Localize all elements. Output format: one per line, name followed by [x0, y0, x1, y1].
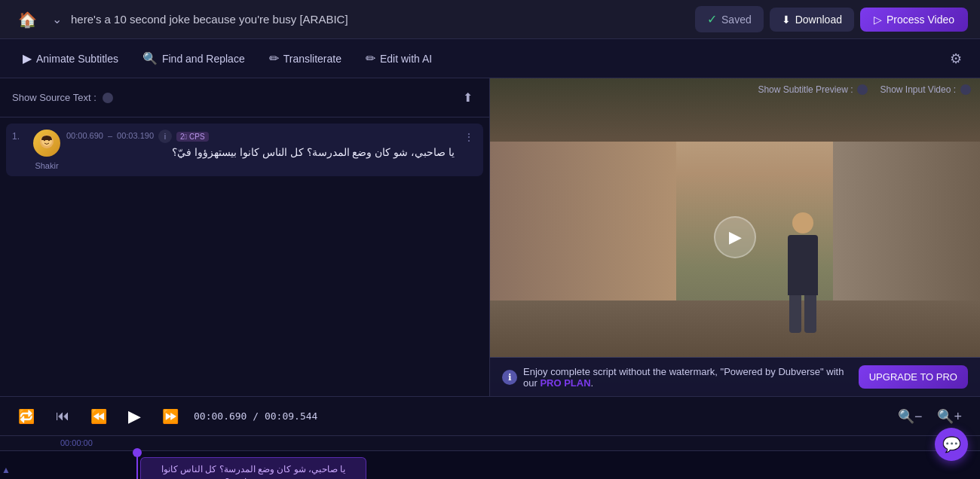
pro-banner-description: Enjoy complete script without the waterm… [523, 366, 859, 389]
search-icon: 🔍 [142, 51, 158, 66]
speaker-name: Shakir [35, 161, 58, 170]
timeline-ctrl-up[interactable]: ▲ [2, 465, 11, 475]
subtitle-time-sep: – [108, 131, 112, 140]
video-frame: ▶ [490, 78, 980, 396]
chat-bubble-button[interactable]: 💬 [935, 428, 968, 461]
find-replace-label: Find and Replace [162, 53, 245, 65]
timeline-area: 00:00:00 ▲ ▼ يا صاحبي، شو كان وضع المدرس… [0, 435, 980, 479]
subtitle-actions: ⋮ [461, 130, 477, 145]
home-button[interactable]: 🏠 [12, 8, 43, 32]
pro-info-icon: ℹ [502, 370, 517, 385]
time-separator: / [253, 410, 265, 422]
timeline-timestamp: 00:00:00 [60, 438, 93, 447]
input-video-toggle-circle[interactable] [960, 84, 971, 95]
find-replace-button[interactable]: 🔍 Find and Replace [132, 45, 256, 72]
source-text-toggle: Show Source Text : [12, 92, 113, 103]
top-nav: 🏠 ⌄ here's a 10 second joke because you'… [0, 0, 980, 39]
speaker-badge[interactable]: 2⃣ CPS [176, 132, 209, 142]
left-panel-header: Show Source Text : ⬆ [0, 78, 489, 117]
process-video-button[interactable]: ▷ Process Video [860, 8, 968, 32]
check-icon: ✓ [707, 12, 717, 26]
subtitle-time-end: 00:03.190 [117, 131, 154, 140]
rewind-button[interactable]: ⏮ [50, 405, 75, 427]
play-pause-button[interactable]: ▶ [122, 404, 147, 429]
timeline-content: ▲ ▼ يا صاحبي، شو كان وضع المدرسة؟ كل الن… [0, 451, 980, 479]
time-current: 00:00.690 [194, 410, 247, 422]
subtitle-info: 00:00.690 – 00:03.190 i 2⃣ CPS يا صاحبي،… [66, 130, 455, 158]
input-video-toggle: Show Input Video : [880, 84, 971, 95]
saved-button[interactable]: ✓ Saved [695, 6, 764, 32]
process-icon: ▷ [874, 14, 882, 26]
timeline-left-controls: ▲ ▼ [0, 462, 12, 479]
pro-banner-text: ℹ Enjoy complete script without the wate… [502, 366, 859, 389]
timeline-tracks: يا صاحبي، شو كان وضع المدرسة؟ كل الناس ك… [12, 451, 980, 479]
play-large-button[interactable]: ▶ [714, 216, 756, 258]
transliterate-icon: ✏ [269, 51, 279, 66]
animate-subtitles-label: Animate Subtitles [36, 53, 118, 65]
subtitle-list: 1. [0, 117, 489, 396]
toolbar: ▶ Animate Subtitles 🔍 Find and Replace ✏… [0, 39, 980, 78]
timeline-playhead[interactable] [136, 451, 138, 479]
download-button[interactable]: ⬇ Download [770, 8, 854, 32]
edit-icon: ✏ [366, 51, 375, 66]
transliterate-label: Transliterate [283, 53, 341, 65]
nav-right: ✓ Saved ⬇ Download ▷ Process Video [695, 6, 968, 32]
subtitle-more-button[interactable]: ⋮ [461, 130, 477, 145]
speaker-avatar [33, 130, 60, 157]
upgrade-to-pro-button[interactable]: UPGRADE TO PRO [859, 365, 968, 389]
timeline-ruler: 00:00:00 [0, 436, 980, 451]
main-content: Show Source Text : ⬆ 1. [0, 78, 980, 396]
zoom-in-button[interactable]: 🔍+ [931, 405, 968, 428]
subtitle-text: يا صاحبي، شو كان وضع المدرسة؟ كل الناس ك… [66, 146, 455, 158]
subtitle-preview-toggle: Show Subtitle Preview : [758, 84, 868, 95]
animate-icon: ▶ [23, 51, 32, 66]
left-panel: Show Source Text : ⬆ 1. [0, 78, 490, 396]
process-label: Process Video [887, 14, 954, 26]
pro-plan-link[interactable]: PRO PLAN [540, 377, 590, 389]
source-text-label: Show Source Text : [12, 92, 96, 103]
pro-banner: ℹ Enjoy complete script without the wate… [490, 357, 980, 396]
video-container: ▶ [490, 78, 980, 396]
download-label: Download [795, 14, 842, 26]
play-overlay[interactable]: ▶ [490, 78, 980, 396]
transliterate-button[interactable]: ✏ Transliterate [259, 45, 352, 72]
right-panel: Show Subtitle Preview : Show Input Video… [490, 78, 980, 396]
nav-left: 🏠 ⌄ here's a 10 second joke because you'… [12, 8, 348, 32]
time-total: 00:09.544 [265, 410, 317, 422]
subtitle-item: 1. [6, 124, 483, 176]
zoom-out-button[interactable]: 🔍− [892, 405, 929, 428]
export-button[interactable]: ⬆ [458, 86, 477, 109]
source-text-toggle-circle[interactable] [103, 93, 113, 103]
saved-label: Saved [721, 14, 752, 26]
input-video-label: Show Input Video : [880, 84, 956, 95]
edit-with-ai-button[interactable]: ✏ Edit with AI [355, 45, 443, 72]
edit-with-ai-label: Edit with AI [380, 53, 432, 65]
subtitle-block[interactable]: يا صاحبي، شو كان وضع المدرسة؟ كل الناس ك… [140, 457, 366, 479]
step-forward-button[interactable]: ⏩ [156, 405, 185, 428]
subtitle-block-text: يا صاحبي، شو كان وضع المدرسة؟ كل الناس ك… [141, 460, 366, 479]
subtitle-preview-toggle-circle[interactable] [857, 84, 868, 95]
info-badge[interactable]: i [158, 130, 172, 143]
page-title: here's a 10 second joke because you're b… [71, 13, 348, 26]
loop-button[interactable]: 🔁 [12, 405, 41, 428]
step-back-button[interactable]: ⏪ [84, 405, 113, 428]
toolbar-group: ▶ Animate Subtitles 🔍 Find and Replace ✏… [12, 45, 443, 72]
nav-chevron-button[interactable]: ⌄ [49, 9, 65, 29]
subtitle-preview-label: Show Subtitle Preview : [758, 84, 853, 95]
zoom-controls: 🔍− 🔍+ [892, 405, 968, 428]
subtitle-number: 1. [12, 130, 27, 142]
video-controls: 🔁 ⏮ ⏪ ▶ ⏩ 00:00.690 / 00:09.544 🔍− 🔍+ [0, 396, 980, 435]
video-toggles: Show Subtitle Preview : Show Input Video… [758, 84, 971, 95]
time-display: 00:00.690 / 00:09.544 [194, 410, 317, 422]
download-icon: ⬇ [782, 14, 791, 26]
settings-button[interactable]: ⚙ [944, 44, 968, 73]
animate-subtitles-button[interactable]: ▶ Animate Subtitles [12, 45, 129, 72]
subtitle-time-start: 00:00.690 [66, 131, 103, 140]
